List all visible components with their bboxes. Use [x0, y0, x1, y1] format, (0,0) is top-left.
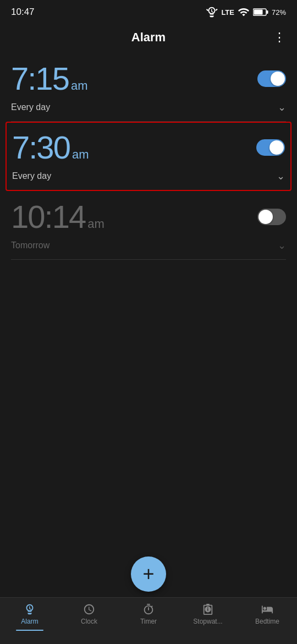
alarm-nav-icon	[24, 603, 36, 615]
nav-label-clock: Clock	[81, 618, 97, 625]
add-icon: +	[142, 564, 154, 584]
alarm-repeat-row-2[interactable]: Every day ⌄	[12, 168, 285, 184]
alarm-time-text-2: 7:30	[12, 132, 70, 163]
alarm-time-text-1: 7:15	[11, 63, 69, 95]
alarm-toggle-3[interactable]	[257, 209, 286, 225]
alarm-repeat-row-1[interactable]: Every day ⌄	[11, 99, 286, 116]
alarm-ampm-3: am	[87, 217, 105, 231]
alarm-status-icon	[206, 6, 218, 18]
alarm-top-row-2: 7:30 am	[12, 132, 285, 163]
alarm-top-row-3: 10:14 am	[11, 201, 286, 233]
alarm-time-display-2: 7:30 am	[12, 132, 89, 163]
nav-label-timer: Timer	[140, 618, 157, 625]
timer-nav-icon	[142, 603, 155, 615]
chevron-down-icon-1: ⌄	[278, 101, 286, 113]
svg-rect-1	[266, 10, 268, 14]
alarm-repeat-label-2: Every day	[12, 171, 51, 181]
alarm-item-3: 10:14 am Tomorrow ⌄	[11, 191, 286, 260]
nav-label-stopwatch: Stopwat...	[193, 618, 222, 625]
bedtime-nav-icon	[261, 603, 273, 615]
alarm-time-text-3: 10:14	[11, 201, 85, 233]
svg-rect-2	[254, 10, 262, 15]
battery-percent: 72%	[272, 8, 286, 17]
add-alarm-fab[interactable]: +	[131, 556, 166, 592]
status-icons: LTE 72%	[206, 6, 286, 18]
overflow-menu-button[interactable]: ⋮	[273, 30, 286, 45]
alarm-repeat-label-3: Tomorrow	[11, 241, 50, 250]
app-header: Alarm ⋮	[0, 22, 297, 53]
nav-item-timer[interactable]: Timer	[124, 603, 173, 625]
page-title: Alarm	[131, 30, 166, 45]
nav-active-indicator	[16, 630, 43, 631]
alarm-repeat-label-1: Every day	[11, 102, 50, 112]
nav-item-clock[interactable]: Clock	[64, 603, 114, 625]
alarm-ampm-1: am	[71, 79, 88, 93]
battery-icon	[253, 8, 268, 17]
alarm-top-row-1: 7:15 am	[11, 63, 286, 95]
bottom-navigation: Alarm Clock Timer Stopwat... Bedtime	[0, 597, 297, 644]
signal-icon	[238, 6, 250, 18]
alarm-ampm-2: am	[72, 148, 89, 162]
alarm-repeat-row-3[interactable]: Tomorrow ⌄	[11, 237, 286, 254]
clock-nav-icon	[83, 603, 95, 615]
chevron-down-icon-2: ⌄	[277, 170, 285, 182]
lte-label: LTE	[221, 8, 234, 17]
status-bar: 10:47 LTE 72%	[0, 0, 297, 22]
alarm-time-display-3: 10:14 am	[11, 201, 105, 233]
alarm-time-display-1: 7:15 am	[11, 63, 87, 95]
nav-label-bedtime: Bedtime	[255, 618, 279, 625]
nav-item-stopwatch[interactable]: Stopwat...	[183, 603, 233, 625]
toggle-knob-2	[270, 140, 284, 155]
stopwatch-nav-icon	[202, 603, 214, 615]
status-time: 10:47	[11, 7, 35, 18]
alarm-item-2: 7:30 am Every day ⌄	[6, 122, 292, 191]
toggle-knob-1	[271, 72, 285, 86]
alarm-list: 7:15 am Every day ⌄ 7:30 am Every day ⌄	[0, 53, 297, 260]
toggle-knob-3	[258, 210, 273, 224]
alarm-toggle-1[interactable]	[257, 70, 286, 87]
nav-label-alarm: Alarm	[21, 618, 38, 625]
chevron-down-icon-3: ⌄	[278, 239, 286, 252]
alarm-toggle-2[interactable]	[256, 139, 285, 156]
alarm-item-1: 7:15 am Every day ⌄	[11, 53, 286, 122]
nav-item-alarm[interactable]: Alarm	[5, 603, 54, 625]
nav-item-bedtime[interactable]: Bedtime	[243, 603, 292, 625]
